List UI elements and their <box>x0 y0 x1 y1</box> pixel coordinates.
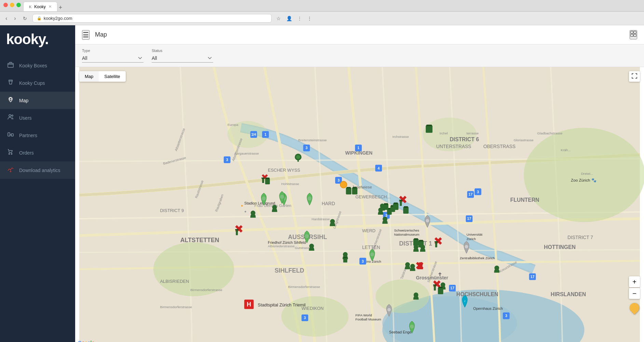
expand-dot[interactable] <box>16 3 21 7</box>
svg-text:FIFA World: FIFA World <box>355 313 372 317</box>
svg-rect-4 <box>8 133 10 136</box>
sidebar: kooky. Kooky Boxes <box>0 25 75 342</box>
svg-text:3: 3 <box>362 259 364 263</box>
browser-dots-area <box>3 3 21 7</box>
svg-text:Stadtspital Zürich Triemil: Stadtspital Zürich Triemil <box>258 302 305 307</box>
type-filter-select[interactable]: All Box Cup <box>82 54 143 63</box>
svg-rect-156 <box>435 241 438 242</box>
svg-rect-160 <box>346 188 352 195</box>
svg-text:Football Museum: Football Museum <box>355 317 381 321</box>
status-filter-group: Status All Active Inactive <box>152 49 213 63</box>
new-tab-button[interactable]: + <box>59 4 63 11</box>
svg-text:●: ● <box>244 209 247 213</box>
close-dot[interactable] <box>3 3 8 7</box>
status-filter-select[interactable]: All Active Inactive <box>152 54 213 63</box>
svg-rect-182 <box>394 202 398 204</box>
svg-point-188 <box>410 325 414 329</box>
logo: kooky. <box>6 32 69 47</box>
svg-text:1H: 1H <box>251 132 256 136</box>
zoom-in-button[interactable]: + <box>629 276 640 287</box>
svg-text:UNTERSTRASS: UNTERSTRASS <box>436 144 471 149</box>
svg-text:Irchstrasse: Irchstrasse <box>393 135 409 139</box>
svg-text:terrasse: terrasse <box>466 131 479 135</box>
address-bar[interactable]: 🔒 kooky2go.com <box>32 14 272 23</box>
sidebar-item-kooky-cups[interactable]: Kooky Cups <box>0 74 75 92</box>
svg-rect-167 <box>419 240 423 241</box>
zoom-out-button[interactable]: − <box>629 288 640 299</box>
sidebar-item-orders[interactable]: Orders <box>0 144 75 161</box>
svg-rect-152 <box>400 200 402 206</box>
tab-favicon: K <box>29 5 31 9</box>
svg-text:ALBISRIEDEN: ALBISRIEDEN <box>160 279 189 284</box>
svg-text:ESCHER WYSS: ESCHER WYSS <box>268 168 300 173</box>
fullscreen-button[interactable] <box>629 71 640 82</box>
map-container[interactable]: Map Satellite <box>75 67 644 342</box>
satellite-view-button[interactable]: Satellite <box>99 71 125 82</box>
svg-text:3: 3 <box>477 190 479 194</box>
bookmark-button[interactable]: ☆ <box>275 14 282 23</box>
svg-text:Schweizerisches: Schweizerisches <box>394 228 419 232</box>
sidebar-item-map[interactable]: Map <box>0 92 75 109</box>
extensions-button[interactable]: ⋮ <box>296 14 303 23</box>
tab-close-icon[interactable]: ✕ <box>49 4 52 9</box>
svg-rect-155 <box>435 242 437 247</box>
analytics-icon <box>7 166 14 174</box>
sidebar-item-kooky-boxes[interactable]: Kooky Boxes <box>0 57 75 74</box>
svg-point-1 <box>10 98 12 100</box>
svg-point-196 <box>387 308 391 312</box>
map-background: ALTSTETTEN DISTRICT 9 ALBISRIEDEN AUSSER… <box>75 67 644 342</box>
grid-view-button[interactable] <box>630 30 637 39</box>
browser-tab-bar: K Kooky ✕ + <box>0 0 644 12</box>
svg-text:Stadion Letzigrund: Stadion Letzigrund <box>244 201 275 205</box>
sidebar-item-label: Orders <box>19 150 34 156</box>
svg-rect-159 <box>235 229 238 230</box>
svg-text:DISTRICT 7: DISTRICT 7 <box>567 235 593 240</box>
svg-point-6 <box>9 154 10 155</box>
reload-button[interactable]: ↻ <box>21 14 29 23</box>
users-icon <box>7 114 14 122</box>
status-filter-label: Status <box>152 49 213 53</box>
svg-rect-179 <box>438 288 443 294</box>
browser-tab[interactable]: K Kooky ✕ <box>23 2 57 11</box>
svg-point-19 <box>375 279 429 313</box>
svg-text:SIHLFELD: SIHLFELD <box>275 267 304 274</box>
svg-text:Birmensdorferstrasse: Birmensdorferstrasse <box>190 288 222 292</box>
sidebar-item-label: Users <box>19 115 32 121</box>
svg-text:Europa: Europa <box>228 123 238 127</box>
svg-text:17: 17 <box>467 216 471 221</box>
back-button[interactable]: ‹ <box>3 14 9 23</box>
svg-text:DISTRICT 6: DISTRICT 6 <box>450 136 479 142</box>
svg-text:Zentralbibliothek Zürich: Zentralbibliothek Zürich <box>460 256 495 260</box>
sidebar-item-label: Download analytics <box>19 168 60 173</box>
zoom-controls: + − <box>629 276 640 299</box>
minimize-dot[interactable] <box>10 3 14 7</box>
sidebar-nav: Kooky Boxes Kooky Cups <box>0 53 75 342</box>
svg-text:1: 1 <box>264 132 266 136</box>
svg-text:Universität: Universität <box>466 233 482 236</box>
svg-rect-162 <box>352 188 357 195</box>
svg-point-193 <box>280 195 284 199</box>
svg-text:HOTTINGEN: HOTTINGEN <box>544 244 576 250</box>
sidebar-item-users[interactable]: Users <box>0 109 75 127</box>
svg-text:Seebad Enge: Seebad Enge <box>389 330 412 334</box>
svg-point-134 <box>296 155 300 159</box>
svg-rect-127 <box>426 125 432 126</box>
svg-rect-129 <box>262 178 264 183</box>
partners-icon <box>7 131 14 140</box>
map-view-button[interactable]: Map <box>79 71 99 82</box>
svg-rect-130 <box>261 177 265 179</box>
svg-rect-9 <box>631 31 633 34</box>
svg-point-190 <box>426 219 429 222</box>
menu-button[interactable]: ⋮ <box>306 14 313 23</box>
profile-button[interactable]: 👤 <box>285 14 293 23</box>
sidebar-item-partners[interactable]: Partners <box>0 127 75 144</box>
hamburger-menu-button[interactable]: ☰ <box>82 30 90 40</box>
svg-rect-153 <box>399 200 402 201</box>
sidebar-item-download-analytics[interactable]: Download analytics <box>0 161 75 179</box>
forward-button[interactable]: › <box>12 14 18 23</box>
svg-rect-5 <box>11 134 13 136</box>
svg-text:OBERSTRASS: OBERSTRASS <box>483 144 516 149</box>
type-filter-label: Type <box>82 49 143 53</box>
svg-point-192 <box>465 245 468 248</box>
svg-point-195 <box>370 252 374 256</box>
